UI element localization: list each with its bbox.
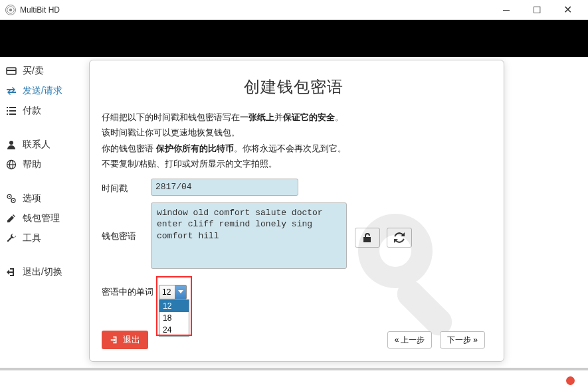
window-title: MultiBit HD [20,5,60,15]
exit-button[interactable]: 退出 [102,331,148,349]
toggle-visibility-button[interactable] [355,228,380,248]
chevron-right-icon: » [473,335,478,345]
chevron-left-icon: « [395,335,399,345]
svg-point-10 [9,141,13,145]
sidebar-item-label: 买/卖 [23,65,44,77]
window-titlebar: MultiBit HD ─ ☐ ✕ [0,0,588,20]
sidebar-item-send-request[interactable]: 发送/请求 [5,81,86,101]
svg-rect-6 [7,110,8,112]
sidebar-item-label: 选项 [23,193,41,204]
sidebar-item-label: 付款 [23,105,41,117]
sidebar-item-options[interactable]: 选项 [5,189,86,208]
svg-rect-5 [9,107,16,108]
regenerate-seed-button[interactable] [387,228,412,248]
app-banner [0,20,588,57]
sidebar-item-label: 退出/切换 [23,266,62,278]
svg-rect-7 [9,110,16,112]
sidebar-item-contacts[interactable]: 联系人 [5,135,86,155]
sidebar: 买/卖 发送/请求 付款 联系人 帮助 选项 钱包管理 工 [0,57,86,368]
window-close-button[interactable]: ✕ [552,0,583,20]
refresh-icon [394,232,405,243]
wrench-icon [5,233,17,244]
svg-rect-8 [7,114,8,115]
timestamp-input[interactable] [151,179,298,196]
seed-label: 钱包密语 [102,202,143,242]
next-button[interactable]: 下一步 » [440,331,485,349]
dialog-title: 创建钱包密语 [102,76,485,98]
svg-point-17 [13,200,14,201]
user-icon [5,139,17,150]
sidebar-item-exit-switch[interactable]: 退出/切换 [5,262,86,282]
sidebar-item-buy-sell[interactable]: 买/卖 [5,61,86,81]
sidebar-item-tools[interactable]: 工具 [5,228,86,248]
card-icon [5,66,17,76]
globe-icon [5,159,17,170]
prev-button[interactable]: « 上一步 [387,331,433,349]
wordcount-option-18[interactable]: 18 [159,312,189,324]
sidebar-item-wallet-manage[interactable]: 钱包管理 [5,208,86,228]
sidebar-item-label: 工具 [23,232,41,244]
wordcount-option-12[interactable]: 12 [159,300,189,312]
window-maximize-button[interactable]: ☐ [522,0,552,20]
signout-icon [5,267,17,277]
wordcount-select[interactable]: 12 [159,285,187,299]
timestamp-label: 时间戳 [102,179,143,195]
edit-icon [5,213,17,224]
svg-rect-9 [9,114,16,115]
list-icon [5,106,17,116]
window-minimize-button[interactable]: ─ [491,0,522,20]
create-wallet-seed-dialog: 创建钱包密语 仔细把以下的时间戳和钱包密语写在一张纸上并保证它的安全。 该时间戳… [89,60,504,362]
sidebar-item-help[interactable]: 帮助 [5,155,86,175]
svg-point-15 [9,196,10,197]
connection-status-indicator [566,376,575,385]
unlock-icon [362,232,373,243]
svg-point-1 [9,8,12,11]
sidebar-item-payments[interactable]: 付款 [5,101,86,121]
status-bar [0,368,588,391]
chevron-down-icon [175,285,186,299]
dialog-instructions: 仔细把以下的时间戳和钱包密语写在一张纸上并保证它的安全。 该时间戳让你可以更速地… [102,110,485,172]
sidebar-item-label: 帮助 [23,159,41,171]
transfer-icon [5,86,17,96]
gears-icon [5,193,17,204]
svg-rect-3 [7,70,16,71]
app-icon [5,5,16,15]
svg-rect-4 [7,107,8,108]
sidebar-item-label: 联系人 [23,139,50,151]
seed-phrase-box[interactable] [151,202,347,269]
sidebar-item-label: 钱包管理 [23,212,60,224]
wordcount-label: 密语中的单词 [102,286,156,298]
sidebar-item-label: 发送/请求 [23,85,62,97]
signout-icon [110,335,119,345]
